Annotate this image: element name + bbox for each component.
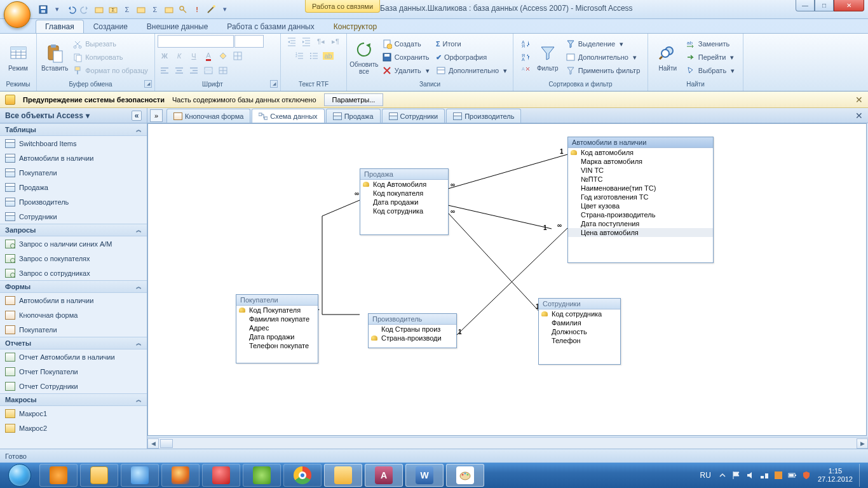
refresh-all-button[interactable]: Обновить все xyxy=(350,36,378,78)
task-paint[interactable] xyxy=(446,464,484,487)
nav-section-forms[interactable]: Формы︽ xyxy=(0,280,147,293)
task-opera[interactable] xyxy=(202,464,240,487)
nav-report-item[interactable]: Отчет Сотрудники xyxy=(0,379,147,393)
nav-section-reports[interactable]: Отчеты︽ xyxy=(0,337,147,349)
clear-sort-button[interactable]: А xyxy=(519,64,532,77)
tray-up-icon[interactable] xyxy=(717,470,728,480)
undo-icon[interactable] xyxy=(65,3,78,16)
save-record-button[interactable]: Сохранить xyxy=(379,51,432,64)
align-left-button[interactable] xyxy=(158,64,172,77)
sort-asc-button[interactable]: АЯ xyxy=(519,37,532,50)
nav-section-macros[interactable]: Макросы︽ xyxy=(0,393,147,406)
relationships-canvas[interactable]: ∞1 ∞1 ∞1 1∞ 1 Продажа Код Автомобиля Код… xyxy=(147,123,867,436)
nav-section-tables[interactable]: Таблицы︽ xyxy=(0,123,147,136)
tab-home[interactable]: Главная xyxy=(36,20,84,33)
start-button[interactable] xyxy=(3,463,37,488)
qat-exclaim-icon[interactable]: ! xyxy=(191,3,203,16)
scroll-right-icon[interactable]: ▶ xyxy=(857,438,868,449)
task-torrent[interactable] xyxy=(243,464,281,487)
underline-button[interactable]: Ч xyxy=(187,50,201,62)
clipboard-launcher-icon[interactable]: ◢ xyxy=(144,80,152,88)
paste-button[interactable]: Вставить xyxy=(41,36,69,78)
fill-color-button[interactable] xyxy=(216,50,230,62)
format-painter-button[interactable]: Формат по образцу xyxy=(70,64,151,77)
tab-external-data[interactable]: Внешние данные xyxy=(137,20,218,33)
nav-section-queries[interactable]: Запросы︽ xyxy=(0,224,147,236)
minimize-button[interactable]: — xyxy=(796,0,815,11)
qat-custom2-icon[interactable]: Σ xyxy=(107,3,119,16)
indent-dec-button[interactable] xyxy=(285,35,299,48)
language-indicator[interactable]: RU xyxy=(700,471,711,480)
alt-fill-button[interactable] xyxy=(201,64,215,77)
nav-table-item[interactable]: Switchboard Items xyxy=(0,136,147,151)
nav-table-item[interactable]: Продажа xyxy=(0,180,147,194)
task-ie[interactable] xyxy=(121,464,159,487)
tray-app-icon[interactable] xyxy=(773,470,783,480)
selection-filter-button[interactable]: Выделение ▾ xyxy=(563,37,643,50)
redo-icon[interactable] xyxy=(79,3,92,16)
task-explorer-open[interactable] xyxy=(324,464,362,487)
nav-report-item[interactable]: Отчет Автомобили в наличии xyxy=(0,349,147,364)
task-chrome[interactable] xyxy=(283,464,322,487)
copy-button[interactable]: Копировать xyxy=(70,51,151,64)
totals-button[interactable]: ΣИтоги xyxy=(433,37,510,50)
qat-custom1-icon[interactable] xyxy=(93,3,105,16)
diagram-table-maker[interactable]: Производитель Код Страны произ Страна-пр… xyxy=(368,313,457,348)
highlight-button[interactable]: ab xyxy=(322,50,336,62)
horizontal-scrollbar[interactable]: ◀ ▶ xyxy=(147,437,868,449)
bul-list-button[interactable] xyxy=(307,50,321,62)
diagram-table-sale[interactable]: Продажа Код Автомобиля Код покупателя Да… xyxy=(360,168,449,235)
nav-table-item[interactable]: Сотрудники xyxy=(0,209,147,224)
task-word[interactable]: W xyxy=(405,464,444,487)
tab-create[interactable]: Создание xyxy=(84,20,137,33)
doc-tab-table[interactable]: Продажа xyxy=(326,109,381,123)
task-explorer[interactable] xyxy=(80,464,118,487)
qat-custom4-icon[interactable] xyxy=(163,3,175,16)
delete-record-button[interactable]: Удалить ▾ xyxy=(379,64,432,77)
battery-icon[interactable] xyxy=(787,470,797,480)
select-button[interactable]: Выбрать ▾ xyxy=(683,64,737,77)
gridlines-button[interactable] xyxy=(231,50,245,62)
nav-query-item[interactable]: Запрос о покупателях xyxy=(0,251,147,266)
font-launcher-icon[interactable]: ◢ xyxy=(270,80,278,88)
clock[interactable]: 1:1527.12.2012 xyxy=(818,467,853,484)
nav-macro-item[interactable]: Макрос2 xyxy=(0,421,147,435)
nav-form-item[interactable]: Автомобили в наличии xyxy=(0,293,147,308)
doc-tab-form[interactable]: Кнопочная форма xyxy=(166,109,250,123)
task-firefox[interactable] xyxy=(161,464,200,487)
nav-form-item[interactable]: Кнопочная форма xyxy=(0,308,147,322)
save-icon[interactable] xyxy=(37,3,50,16)
doc-tab-table[interactable]: Сотрудники xyxy=(382,109,445,123)
qat-custom3-icon[interactable] xyxy=(135,3,147,16)
view-button[interactable]: Режим xyxy=(4,36,32,78)
tab-database-tools[interactable]: Работа с базами данных xyxy=(217,20,323,33)
spelling-button[interactable]: ✔Орфография xyxy=(433,51,510,64)
nav-macro-item[interactable]: Макрос1 xyxy=(0,406,147,421)
security-options-button[interactable]: Параметры... xyxy=(324,93,384,106)
task-mediaplayer[interactable] xyxy=(39,464,78,487)
show-desktop-button[interactable] xyxy=(859,464,864,487)
font-size-combo[interactable] xyxy=(234,35,264,48)
tab-design[interactable]: Конструктор xyxy=(324,20,386,33)
nav-header[interactable]: Все объекты Access▾« xyxy=(0,108,147,123)
font-name-combo[interactable] xyxy=(158,35,234,48)
maximize-button[interactable]: □ xyxy=(815,0,834,11)
gridline-style-button[interactable] xyxy=(216,64,230,77)
nav-table-item[interactable]: Автомобили в наличии xyxy=(0,151,147,165)
nav-report-item[interactable]: Отчет Покупатели xyxy=(0,364,147,379)
diagram-table-cars[interactable]: Автомобили в наличии Код автомобиля Марк… xyxy=(567,137,714,263)
close-button[interactable]: ✕ xyxy=(834,0,864,11)
sort-desc-button[interactable]: ЯА xyxy=(519,51,532,64)
nav-query-item[interactable]: Запрос о сотрудниках xyxy=(0,266,147,280)
font-color-button[interactable]: А xyxy=(201,50,215,62)
qat-more-icon[interactable]: ▾ xyxy=(219,3,231,16)
qat-magic-icon[interactable] xyxy=(205,3,217,16)
network-icon[interactable] xyxy=(759,470,770,480)
task-access[interactable]: A xyxy=(365,464,403,487)
shield-tray-icon[interactable] xyxy=(801,470,811,480)
qat-dropdown-icon[interactable]: ▾ xyxy=(51,3,64,16)
doc-close-icon[interactable]: ✕ xyxy=(855,111,863,121)
advanced-filter-button[interactable]: Дополнительно ▾ xyxy=(563,51,643,64)
diagram-table-buyers[interactable]: Покупатели Код Покупателя Фамилия покупа… xyxy=(236,294,318,363)
nav-query-item[interactable]: Запрос о наличии синих А/М xyxy=(0,236,147,251)
